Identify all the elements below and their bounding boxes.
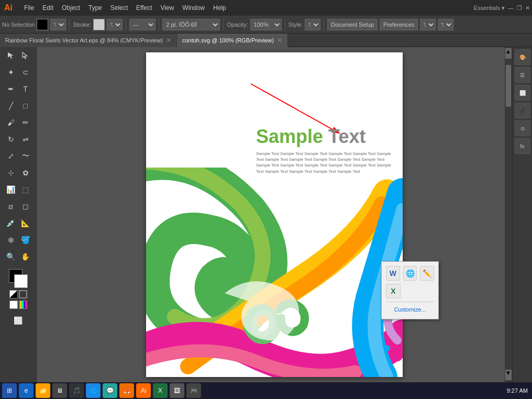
eraser-tool[interactable]: ◻ (18, 199, 33, 214)
mirror-tool[interactable]: ⇌ (18, 132, 33, 147)
stroke-type-select[interactable]: ▽ (107, 19, 123, 30)
menu-file[interactable]: File (20, 2, 38, 14)
stroke-color[interactable] (14, 274, 28, 288)
popup-icon-1[interactable]: W (386, 266, 400, 281)
taskbar-ie[interactable]: e (19, 383, 34, 398)
menu-window[interactable]: Window (178, 2, 209, 14)
slice-tool[interactable]: ⧄ (4, 199, 18, 214)
view-options-select[interactable]: ▽ (420, 19, 436, 30)
scroll-down-btn[interactable]: ▼ (505, 370, 512, 380)
taskbar: ⊞ e 📁 🖥 🎵 🌐 💬 🦊 Ai X 🖼 🎮 9:27 AM (0, 382, 532, 399)
lasso-tool[interactable]: ⊂ (18, 65, 33, 80)
hand-tool[interactable]: ✋ (18, 249, 33, 264)
fill-swatch[interactable] (37, 19, 48, 30)
free-transform-tool[interactable]: ⊹ (4, 165, 18, 180)
customize-button[interactable]: Customize... (386, 304, 434, 315)
panel-swatches-btn[interactable]: ⬛ (515, 103, 530, 118)
scale-tool[interactable]: ⤢ (4, 149, 18, 163)
taskbar-browser[interactable]: 🌐 (86, 383, 101, 398)
direct-selection-tool[interactable] (18, 48, 33, 63)
magic-wand-tool[interactable]: ✦ (4, 65, 18, 80)
popup-icon-3[interactable]: ✏️ (420, 266, 434, 281)
taskbar-ai[interactable]: Ai (136, 383, 151, 398)
rect-tool[interactable]: □ (18, 98, 33, 113)
canvas-area[interactable]: Sample Text Sample Text Sample Text Samp… (37, 47, 512, 382)
opacity-select[interactable]: 100% (250, 19, 282, 30)
popup-icons-row-2: X (386, 284, 434, 298)
taskbar-media[interactable]: 🎵 (69, 383, 84, 398)
popup-icon-4[interactable]: X (386, 284, 401, 298)
blend-tool[interactable]: ⊗ (4, 232, 18, 247)
none-color[interactable] (19, 290, 27, 298)
menu-effect[interactable]: Effect (132, 2, 156, 14)
menu-object[interactable]: Object (58, 2, 84, 14)
taskbar-game[interactable]: 🎮 (186, 383, 201, 398)
rotate-tool[interactable]: ↻ (4, 132, 18, 147)
panel-layers-btn[interactable]: ☰ (515, 67, 530, 83)
eyedropper-tool[interactable]: 💉 (4, 216, 18, 230)
menu-type[interactable]: Type (84, 2, 106, 14)
screen-mode-btn[interactable]: ⬜ (11, 313, 26, 328)
svg-point-2 (392, 351, 403, 361)
sample-text-area: Sample Text Sample Text Sample Text Samp… (256, 126, 392, 174)
menu-edit[interactable]: Edit (38, 2, 58, 14)
minimize-btn[interactable]: — (508, 5, 514, 11)
warp-tool[interactable]: 〜 (18, 149, 33, 163)
tab-1[interactable]: contoh.svg @ 100% (RGB/Preview) ✕ (177, 34, 288, 47)
restore-btn[interactable]: ❐ (517, 5, 522, 12)
gradient-color[interactable] (19, 301, 27, 309)
left-toolbox: ✦ ⊂ ✒ T ╱ □ 🖌 ✏ ↻ ⇌ ⤢ 〜 ⊹ ✿ (0, 47, 37, 382)
taskbar-monitor[interactable]: 🖥 (52, 383, 67, 398)
artboard-tool[interactable]: ⬚ (18, 182, 33, 197)
pencil-tool[interactable]: ✏ (18, 115, 33, 130)
scroll-thumb[interactable] (506, 65, 511, 107)
taskbar-folder[interactable]: 📁 (36, 383, 50, 398)
taskbar-firefox[interactable]: 🦊 (119, 383, 134, 398)
customize-popup: W 🌐 ✏️ X Customize... (381, 261, 439, 319)
panel-artboards-btn[interactable]: ⬜ (515, 85, 530, 101)
line-tool[interactable]: ╱ (4, 98, 18, 113)
popup-icon-2[interactable]: 🌐 (403, 266, 417, 281)
panel-fx-btn[interactable]: fx (515, 138, 530, 154)
right-panel: 🎨 ☰ ⬜ ⬛ ⊙ fx (512, 47, 532, 382)
selection-tool[interactable] (4, 48, 18, 63)
style-label: Style: (289, 21, 303, 28)
close-btn[interactable]: ✕ (525, 5, 530, 12)
sample-gray-text: Text (328, 126, 365, 147)
popup-icons-row-1: W 🌐 ✏️ (386, 266, 434, 281)
style-select[interactable]: ▽ (305, 19, 320, 30)
taskbar-excel[interactable]: X (153, 383, 168, 398)
panel-circle-btn[interactable]: ⊙ (515, 120, 530, 136)
default-colors[interactable] (9, 290, 18, 298)
stroke-weight-select[interactable]: 2 pt. ÎÔÔ·ÐÎ (162, 19, 220, 30)
symbol-tool[interactable]: ✿ (18, 165, 33, 180)
tab-close-0[interactable]: ✕ (166, 37, 171, 44)
measure-tool[interactable]: 📐 (18, 216, 33, 230)
preferences-btn[interactable]: Preferences (380, 19, 418, 30)
taskbar-chat[interactable]: 💬 (103, 383, 117, 398)
paintbrush-tool[interactable]: 🖌 (4, 115, 18, 130)
document-setup-btn[interactable]: Document Setup (327, 19, 378, 30)
bar-chart-tool[interactable]: 📊 (4, 182, 18, 197)
fill-type-select[interactable]: ▽ (50, 19, 66, 30)
tab-close-1[interactable]: ✕ (277, 37, 282, 44)
extra-options-select[interactable]: ▽ (438, 19, 453, 30)
stroke-profile-select[interactable]: — (129, 19, 156, 30)
type-tool[interactable]: T (18, 82, 33, 96)
taskbar-img[interactable]: 🖼 (170, 383, 184, 398)
pen-tool[interactable]: ✒ (4, 82, 18, 96)
stroke-swatch[interactable] (93, 19, 105, 30)
menu-select[interactable]: Select (106, 2, 132, 14)
menu-view[interactable]: View (157, 2, 179, 14)
menubar: Ai File Edit Object Type Select Effect V… (0, 0, 532, 16)
scroll-up-btn[interactable]: ▲ (505, 48, 512, 59)
taskbar-start[interactable]: ⊞ (2, 383, 17, 398)
panel-color-btn[interactable]: 🎨 (515, 49, 530, 65)
zoom-tool[interactable]: 🔍 (4, 249, 18, 264)
menu-help[interactable]: Help (209, 2, 230, 14)
vertical-scrollbar[interactable]: ▲ ▼ (505, 47, 512, 382)
tab-0[interactable]: Rainbow Floral Swirls Vector Art.eps @ 8… (0, 34, 177, 47)
sample-green-text: Sample (256, 126, 323, 147)
live-paint-tool[interactable]: 🪣 (18, 232, 33, 247)
white-color[interactable] (9, 301, 18, 309)
